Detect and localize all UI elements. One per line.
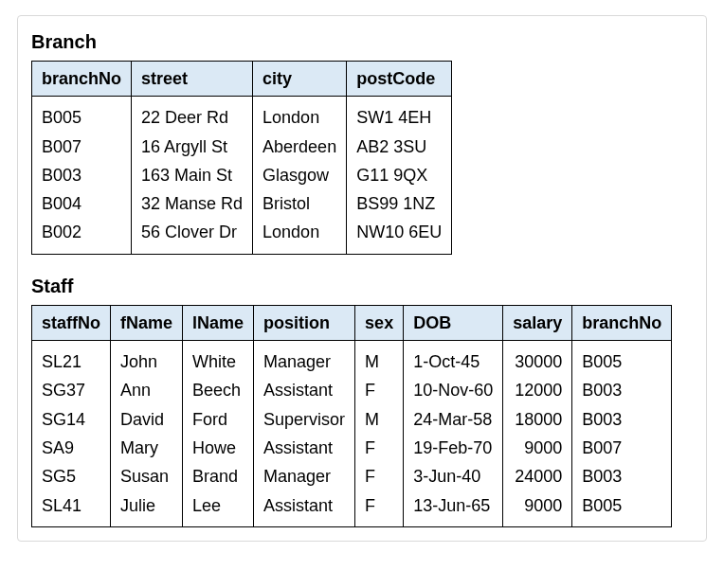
staff-header: fName [111, 305, 183, 340]
table-cell: Julie [111, 491, 183, 527]
table-cell: SG14 [32, 405, 111, 434]
staff-table: staffNo fName lName position sex DOB sal… [31, 305, 672, 527]
table-cell: 12000 [503, 376, 572, 404]
table-cell: SW1 4EH [347, 97, 452, 133]
staff-title: Staff [31, 276, 693, 297]
table-cell: Assistant [254, 434, 355, 462]
table-cell: F [355, 462, 404, 490]
table-cell: 24000 [503, 462, 572, 490]
table-cell: White [183, 341, 254, 377]
table-cell: Manager [254, 462, 355, 490]
table-cell: B003 [32, 161, 132, 189]
table-cell: Howe [183, 434, 254, 462]
table-row: SG5SusanBrandManagerF3-Jun-4024000B003 [32, 462, 672, 490]
table-cell: B003 [572, 376, 672, 404]
table-cell: SG5 [32, 462, 111, 490]
table-cell: 9000 [503, 491, 572, 527]
table-row: B00522 Deer RdLondonSW1 4EH [32, 97, 452, 133]
document-container: Branch branchNo street city postCode B00… [17, 15, 707, 542]
table-cell: 18000 [503, 405, 572, 434]
branch-body: B00522 Deer RdLondonSW1 4EHB00716 Argyll… [32, 97, 452, 254]
table-cell: B007 [32, 133, 132, 161]
table-cell: London [253, 97, 347, 133]
table-cell: 56 Clover Dr [132, 218, 253, 254]
table-row: SG14DavidFordSupervisorM24-Mar-5818000B0… [32, 405, 672, 434]
branch-table: branchNo street city postCode B00522 Dee… [31, 61, 452, 255]
table-cell: AB2 3SU [347, 133, 452, 161]
table-cell: 1-Oct-45 [404, 341, 503, 377]
table-cell: B007 [572, 434, 672, 462]
table-cell: 22 Deer Rd [132, 97, 253, 133]
table-cell: Supervisor [254, 405, 355, 434]
table-row: SL41JulieLeeAssistantF13-Jun-659000B005 [32, 491, 672, 527]
table-cell: Beech [183, 376, 254, 404]
table-cell: NW10 6EU [347, 218, 452, 254]
table-cell: 9000 [503, 434, 572, 462]
table-cell: Brand [183, 462, 254, 490]
table-row: B00432 Manse RdBristolBS99 1NZ [32, 189, 452, 218]
staff-header: staffNo [32, 305, 111, 340]
table-cell: Glasgow [253, 161, 347, 189]
table-cell: John [111, 341, 183, 377]
table-cell: Bristol [253, 189, 347, 218]
table-cell: Mary [111, 434, 183, 462]
table-cell: 163 Main St [132, 161, 253, 189]
table-cell: 30000 [503, 341, 572, 377]
table-cell: B004 [32, 189, 132, 218]
table-cell: B003 [572, 462, 672, 490]
table-cell: 3-Jun-40 [404, 462, 503, 490]
table-cell: Assistant [254, 491, 355, 527]
branch-header: branchNo [32, 62, 132, 97]
table-cell: B005 [32, 97, 132, 133]
table-cell: F [355, 491, 404, 527]
table-cell: 24-Mar-58 [404, 405, 503, 434]
table-cell: Aberdeen [253, 133, 347, 161]
table-cell: 19-Feb-70 [404, 434, 503, 462]
table-cell: B005 [572, 341, 672, 377]
table-cell: SG37 [32, 376, 111, 404]
table-cell: B003 [572, 405, 672, 434]
table-cell: F [355, 376, 404, 404]
table-cell: B005 [572, 491, 672, 527]
table-cell: Susan [111, 462, 183, 490]
branch-header: street [132, 62, 253, 97]
table-cell: Ann [111, 376, 183, 404]
table-cell: SL21 [32, 341, 111, 377]
staff-header: DOB [404, 305, 503, 340]
table-cell: Ford [183, 405, 254, 434]
table-cell: F [355, 434, 404, 462]
staff-header: lName [183, 305, 254, 340]
table-cell: David [111, 405, 183, 434]
table-cell: Manager [254, 341, 355, 377]
table-row: SL21JohnWhiteManagerM1-Oct-4530000B005 [32, 341, 672, 377]
table-cell: SL41 [32, 491, 111, 527]
staff-body: SL21JohnWhiteManagerM1-Oct-4530000B005SG… [32, 341, 672, 527]
branch-title: Branch [31, 31, 693, 53]
staff-header: position [254, 305, 355, 340]
table-cell: 10-Nov-60 [404, 376, 503, 404]
staff-header: salary [503, 305, 572, 340]
table-row: SA9MaryHoweAssistantF19-Feb-709000B007 [32, 434, 672, 462]
table-cell: M [355, 405, 404, 434]
table-cell: M [355, 341, 404, 377]
branch-header: city [253, 62, 347, 97]
table-cell: SA9 [32, 434, 111, 462]
table-row: SG37AnnBeechAssistantF10-Nov-6012000B003 [32, 376, 672, 404]
staff-header: sex [355, 305, 404, 340]
table-row: B00256 Clover DrLondonNW10 6EU [32, 218, 452, 254]
table-cell: London [253, 218, 347, 254]
table-cell: G11 9QX [347, 161, 452, 189]
branch-header: postCode [347, 62, 452, 97]
staff-header: branchNo [572, 305, 672, 340]
table-cell: Lee [183, 491, 254, 527]
table-cell: B002 [32, 218, 132, 254]
table-cell: 16 Argyll St [132, 133, 253, 161]
table-cell: 13-Jun-65 [404, 491, 503, 527]
table-row: B00716 Argyll StAberdeenAB2 3SU [32, 133, 452, 161]
table-row: B003163 Main StGlasgowG11 9QX [32, 161, 452, 189]
table-cell: BS99 1NZ [347, 189, 452, 218]
table-cell: Assistant [254, 376, 355, 404]
table-cell: 32 Manse Rd [132, 189, 253, 218]
